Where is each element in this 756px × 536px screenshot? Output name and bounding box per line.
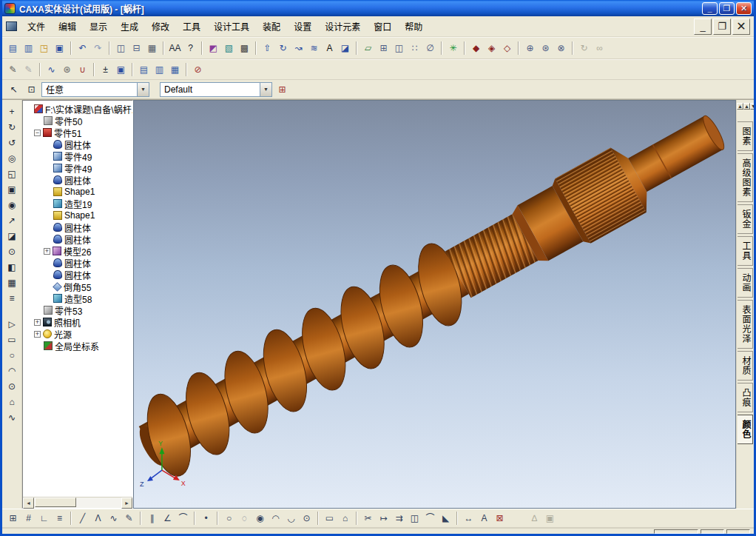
style-combo[interactable]: Default ▼ xyxy=(160,82,272,97)
select-arrow-icon[interactable]: ↖ xyxy=(6,82,21,97)
circle-2pt-icon[interactable]: ◌ xyxy=(237,511,252,526)
view-side-icon[interactable]: ▥ xyxy=(152,62,167,77)
polygon-tool-icon[interactable]: ⌂ xyxy=(337,511,353,526)
display-mode-icon[interactable]: ▩ xyxy=(237,41,252,56)
camera-view-icon[interactable]: ◪ xyxy=(4,229,20,244)
mirror-tool-icon[interactable]: ◫ xyxy=(407,511,422,526)
measure-icon[interactable]: ∅ xyxy=(422,41,438,56)
text-2d-icon[interactable]: A xyxy=(476,511,492,526)
arc-3pt-icon[interactable]: ◡ xyxy=(283,511,299,526)
loft-icon[interactable]: ≋ xyxy=(306,41,322,56)
smart-render-icon[interactable]: ◩ xyxy=(206,41,221,56)
save-file-icon[interactable]: ▣ xyxy=(52,41,67,56)
spin-view-icon[interactable]: ↺ xyxy=(4,135,20,151)
side-tab-material[interactable]: 材质 xyxy=(738,351,753,381)
tab-scroll-up-1-button[interactable]: ▲ xyxy=(737,103,743,110)
tree-node[interactable]: 零件49 xyxy=(24,150,132,162)
spring-tool-icon[interactable]: ∿ xyxy=(44,62,59,77)
pattern-icon[interactable]: ⊞ xyxy=(376,41,391,56)
zoom-window-icon[interactable]: ◱ xyxy=(4,167,20,182)
polyline-tool-icon[interactable]: Λ xyxy=(90,511,106,526)
view-top-icon[interactable]: ▦ xyxy=(167,62,183,77)
menu-item-file[interactable]: 文件 xyxy=(21,17,52,36)
tree-node[interactable]: Shape1 xyxy=(24,210,132,221)
viewport-3d[interactable]: Y X Z xyxy=(133,100,736,509)
tree-horizontal-scrollbar[interactable]: ◄ ► xyxy=(23,497,132,508)
tree-node[interactable]: 全局坐标系 xyxy=(24,340,132,352)
edit-sketch-icon[interactable]: ✎ xyxy=(5,62,21,77)
trim-tool-icon[interactable]: ✂ xyxy=(360,511,376,526)
spline-2d-icon[interactable]: ∿ xyxy=(4,410,20,426)
select-box-icon[interactable]: ⊡ xyxy=(24,82,39,97)
menu-item-design-elements[interactable]: 设计元素 xyxy=(318,17,367,36)
design-tree-toggle-icon[interactable]: ⊞ xyxy=(274,82,290,97)
scrollbar-track[interactable] xyxy=(34,498,121,508)
minimize-button[interactable]: _ xyxy=(702,2,718,15)
tree-node[interactable]: 圆柱体 xyxy=(24,138,132,150)
circle-center-icon[interactable]: ○ xyxy=(221,511,237,526)
scrollbar-thumb[interactable] xyxy=(35,498,76,507)
menu-item-settings[interactable]: 设置 xyxy=(287,17,318,36)
scroll-right-button[interactable]: ► xyxy=(121,498,132,509)
tree-node[interactable]: 圆柱体 xyxy=(24,257,132,269)
tree-node[interactable]: Shape1 xyxy=(24,186,132,198)
text-tool-icon[interactable]: A xyxy=(322,41,337,56)
title-bar[interactable]: CAXA实体设计(试用版) - [蜗杆] _ ❐ ✕ xyxy=(2,0,754,16)
menu-item-modify[interactable]: 修改 xyxy=(145,17,176,36)
menu-item-display[interactable]: 显示 xyxy=(83,17,114,36)
worm-gear-model[interactable] xyxy=(134,101,735,489)
tree-node[interactable]: 圆柱体 xyxy=(24,174,132,186)
template-file-icon[interactable]: ▥ xyxy=(21,41,36,56)
redo-icon[interactable]: ↷ xyxy=(90,41,106,56)
grid-toggle-icon[interactable]: ⊞ xyxy=(5,511,21,526)
ortho-toggle-icon[interactable]: ∟ xyxy=(36,511,52,526)
constraint-icon[interactable]: ⊛ xyxy=(538,41,553,56)
ellipse-2d-icon[interactable]: ⊙ xyxy=(4,379,20,395)
arc-tool-icon[interactable]: ◠ xyxy=(268,511,283,526)
render-style-icon[interactable]: ◧ xyxy=(4,260,20,275)
hidden-line-icon[interactable]: ◈ xyxy=(484,41,499,56)
print-icon[interactable]: ▦ xyxy=(144,41,160,56)
assemble-icon[interactable]: ⊕ xyxy=(522,41,538,56)
menu-item-tools[interactable]: 工具 xyxy=(176,17,207,36)
tree-node[interactable]: 倒角55 xyxy=(24,281,132,292)
combo-arrow-icon[interactable]: ▼ xyxy=(260,83,271,96)
menu-item-window[interactable]: 窗口 xyxy=(367,17,398,36)
fit-view-icon[interactable]: ▣ xyxy=(4,182,20,198)
datum-plane-icon[interactable]: ▱ xyxy=(360,41,376,56)
side-tab-advanced-elements[interactable]: 高级图素 xyxy=(738,153,753,202)
new-file-icon[interactable]: ▤ xyxy=(5,41,21,56)
rect-2d-icon[interactable]: ▭ xyxy=(4,332,20,348)
arc-2d-icon[interactable]: ◠ xyxy=(4,364,20,379)
sweep-icon[interactable]: ↝ xyxy=(291,41,306,56)
tree-expand-toggle[interactable]: + xyxy=(44,248,50,255)
side-tab-color[interactable]: 颜色 xyxy=(738,415,753,444)
tab-scroll-down-1-button[interactable]: ▼ xyxy=(750,103,756,110)
extend-tool-icon[interactable]: ↦ xyxy=(376,511,391,526)
target-view-icon[interactable]: ◉ xyxy=(4,198,20,213)
tree-node[interactable]: 造型58 xyxy=(24,292,132,304)
side-tab-animation[interactable]: 动画 xyxy=(738,268,753,298)
tree-expand-toggle[interactable]: + xyxy=(34,331,41,338)
polygon-2d-icon[interactable]: ⌂ xyxy=(4,395,20,410)
magnet-tool-icon[interactable]: ∪ xyxy=(75,62,90,77)
erase-tool-icon[interactable]: ⊠ xyxy=(492,511,507,526)
paste-icon[interactable]: ⊟ xyxy=(129,41,144,56)
mdi-minimize-button[interactable]: _ xyxy=(694,19,712,35)
angle-line-icon[interactable]: ∠ xyxy=(160,511,175,526)
tree-node[interactable]: F:\实体课题\自备\蜗杆.ic xyxy=(24,103,132,115)
side-tab-bump[interactable]: 凸痕 xyxy=(738,383,753,412)
help-icon[interactable]: ? xyxy=(183,41,198,56)
select-2d-icon[interactable]: ▷ xyxy=(4,317,20,332)
tree-node[interactable]: +照相机 xyxy=(24,316,132,328)
tree-node[interactable]: +光源 xyxy=(24,328,132,340)
rectangle-tool-icon[interactable]: ▭ xyxy=(322,511,337,526)
menu-item-edit[interactable]: 编辑 xyxy=(52,17,83,36)
scene-icon[interactable]: ▧ xyxy=(221,41,237,56)
circle-2d-icon[interactable]: ○ xyxy=(4,348,20,364)
offset-tool-icon[interactable]: ⇉ xyxy=(391,511,407,526)
view-front-icon[interactable]: ▤ xyxy=(136,62,152,77)
menu-item-assembly[interactable]: 装配 xyxy=(256,17,287,36)
side-tab-tools[interactable]: 工具 xyxy=(738,236,753,266)
explode-icon[interactable]: ⊗ xyxy=(553,41,569,56)
